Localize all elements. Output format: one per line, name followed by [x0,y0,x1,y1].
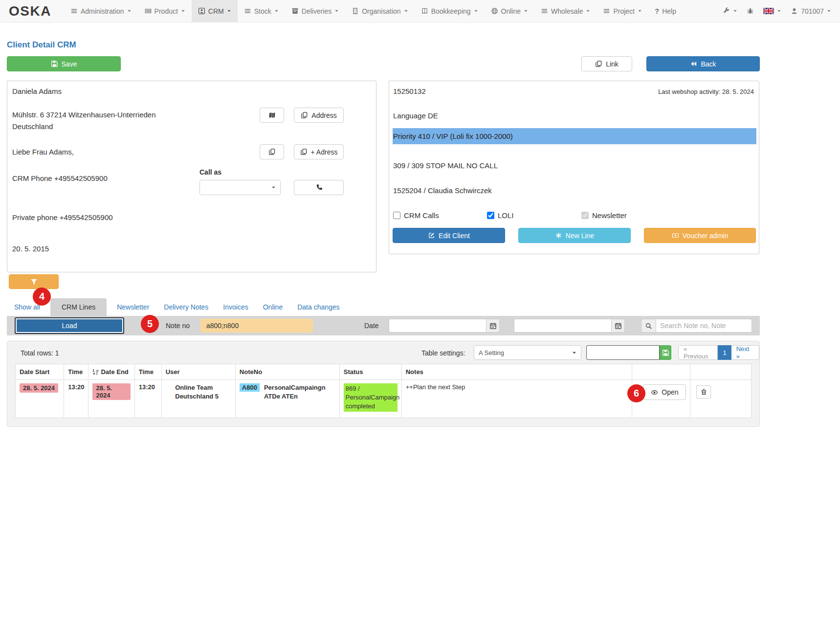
client-language: Language DE [393,111,438,120]
note-no-input[interactable] [200,319,313,333]
menu-icon [541,7,548,15]
nav-item-stock[interactable]: Stock [238,0,285,22]
cell-date-start: 28. 5. 2024 [16,380,64,418]
nav-item-deliveries[interactable]: Deliveries [285,0,345,22]
crm-calls-checkbox[interactable]: CRM Calls [393,211,439,220]
nav-item-crm[interactable]: CRM [192,0,238,22]
copy-address-button[interactable]: Address [294,108,344,123]
pagination-page-1[interactable]: 1 [718,345,731,360]
user-card-icon [198,7,205,15]
chevron-down-icon [524,9,528,13]
col-note-no[interactable]: NoteNo [235,364,339,380]
date-from-input[interactable] [389,319,486,333]
trash-icon [700,388,707,396]
new-line-button[interactable]: New Line [518,228,631,243]
calendar-button[interactable] [486,319,500,333]
nav-item-project[interactable]: Project [597,0,648,22]
nav-item-bookkeeping[interactable]: Bookkeeping [415,0,485,22]
call-as-select[interactable] [199,180,281,195]
col-notes[interactable]: Notes [401,364,632,380]
table-settings-name-input[interactable] [586,345,660,360]
page-title: Client Detail CRM [7,40,76,50]
col-time-start[interactable]: Time [64,364,88,380]
chevron-down-icon [227,9,231,13]
filter-toggle-button[interactable] [9,274,59,289]
menu-icon [70,7,78,15]
tab-newsletter[interactable]: Newsletter [110,298,156,316]
client-salutation: Liebe Frau Adams, [12,148,74,156]
menu-icon [244,7,251,15]
tab-crm-lines[interactable]: CRM Lines [50,298,107,316]
priority-highlight: Priority 410 / VIP (Loli fix 1000-2000) [393,128,756,144]
tab-online[interactable]: Online [256,298,290,316]
back-button[interactable]: Back [646,56,760,71]
date-to-input[interactable] [514,319,611,333]
edit-client-button[interactable]: Edit Client [393,228,505,243]
nav-item-organisation[interactable]: Organisation [345,0,414,22]
client-account-panel: 15250132 Last webshop activity: 28. 5. 2… [389,81,759,254]
user-menu[interactable]: 701007 [790,7,832,15]
calendar-icon [489,322,497,330]
pagination-previous[interactable]: « Previous [678,345,718,360]
nav-item-wholesale[interactable]: Wholesale [534,0,597,22]
crm-calls-checkbox-input[interactable] [393,212,400,219]
search-button[interactable] [641,319,656,333]
status-chip: 869 / PersonalCampaign completed [344,383,398,412]
col-date-end[interactable]: 1Date End [88,364,134,380]
pagination-next[interactable]: Next » [731,345,759,360]
add-address-button[interactable]: + Adress [294,144,344,159]
nav-item-product[interactable]: Product [138,0,192,22]
table-settings-select[interactable]: A Setting [474,345,581,360]
tab-delivery-notes[interactable]: Delivery Notes [156,298,216,316]
funnel-icon [30,278,38,286]
map-button[interactable] [260,108,284,123]
client-address-line1: Mühlstr. 6 37214 Witzenhausen-Unterriede… [12,111,156,119]
load-button[interactable]: Load [15,317,124,334]
language-menu[interactable] [762,8,782,14]
calendar-icon [615,322,622,330]
tools-menu[interactable] [722,7,738,15]
note-name: PersonalCampaingn ATDe ATEn [264,383,332,401]
loli-checkbox-input[interactable] [487,212,494,219]
main-menu: Administration Product CRM Stock Deliver [64,0,683,22]
floppy-icon [51,60,58,67]
save-button[interactable]: Save [7,56,121,71]
col-date-start[interactable]: Date Start [16,364,64,380]
call-button[interactable] [294,180,344,195]
calendar-button[interactable] [611,319,625,333]
copy-salutation-button[interactable] [260,144,284,159]
date-start-chip: 28. 5. 2024 [20,383,58,393]
tab-data-changes[interactable]: Data changes [290,298,347,316]
step-badge-5: 5 [141,315,159,333]
col-user[interactable]: User [161,364,235,380]
building-icon [352,7,359,15]
app-logo[interactable]: OSKA [9,3,51,19]
nav-item-online[interactable]: Online [485,0,534,22]
copy-icon [595,60,602,67]
note-search-input[interactable] [656,319,752,333]
debug-button[interactable] [746,7,755,15]
book-icon [421,7,428,15]
col-time-end[interactable]: Time [134,364,161,380]
navbar-right: 701007 [722,0,834,22]
delete-button[interactable] [696,385,711,399]
newsletter-checkbox: Newsletter [581,211,627,220]
col-status[interactable]: Status [339,364,401,380]
sort-descending-icon: 1 [92,368,100,376]
tab-invoices[interactable]: Invoices [216,298,255,316]
save-settings-button[interactable] [660,345,671,360]
chevron-down-icon [334,9,339,13]
nav-item-help[interactable]: ? Help [648,0,683,22]
step-badge-4: 4 [33,288,51,306]
cell-time-end: 13:20 [134,380,161,418]
user-icon [791,7,798,15]
link-button[interactable]: Link [581,56,632,71]
voucher-admin-button[interactable]: Voucher admin [644,228,756,243]
table-header-row: Date Start Time 1Date End Time User Note… [16,364,752,380]
open-button[interactable]: Open [643,384,686,400]
cell-date-end: 28. 5. 2024 [88,380,134,418]
nav-item-administration[interactable]: Administration [64,0,138,22]
loli-checkbox[interactable]: LOLI [487,211,514,220]
chevron-down-icon [586,9,590,13]
date-end-chip: 28. 5. 2024 [92,383,130,400]
